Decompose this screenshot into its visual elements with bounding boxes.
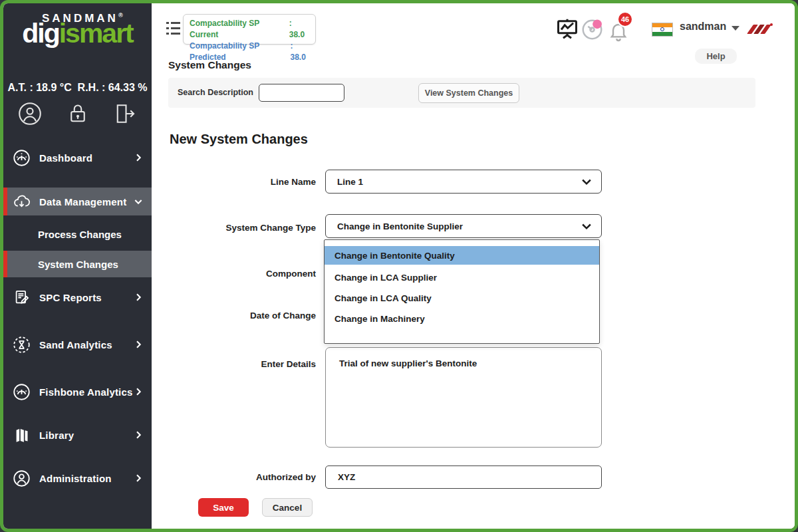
dropdown-option[interactable]: Change in LCA Supplier: [325, 267, 599, 288]
main-area: Compactability SP Current : 38.0 Compact…: [152, 3, 795, 529]
cloud-download-icon: [13, 193, 31, 211]
sidebar-item-label: System Changes: [38, 259, 118, 270]
sidebar-item-library[interactable]: Library: [3, 420, 152, 450]
product-logo: digismart: [3, 20, 152, 47]
view-system-changes-button[interactable]: View System Changes: [418, 83, 519, 103]
enter-details-textarea[interactable]: Trial of new supplier's Bentonite: [325, 347, 602, 448]
report-pen-icon: [13, 289, 31, 307]
ambient-readings: A.T. : 18.9 °C R.H. : 64.33 %: [3, 82, 152, 94]
app-window: SANDMAN® digismart A.T. : 18.9 °C R.H. :…: [0, 0, 798, 532]
sidebar-item-spc-reports[interactable]: SPC Reports: [3, 283, 152, 312]
search-description-label: Search Description: [178, 88, 253, 97]
dashboard-gauge-icon: [13, 149, 31, 167]
chevron-right-icon: [133, 430, 144, 440]
sidebar-item-sand-analytics[interactable]: Sand Analytics: [3, 330, 152, 359]
component-label: Component: [203, 269, 316, 279]
chevron-right-icon: [133, 292, 144, 303]
vendor-logo-icon: [750, 23, 774, 35]
dropdown-option[interactable]: Change in Machinery: [325, 309, 599, 329]
logo-green-part: ismart: [59, 18, 133, 49]
sidebar-item-label: Process Changes: [38, 229, 122, 240]
sp-predicted-value: : 38.0: [291, 41, 310, 63]
dropdown-option[interactable]: Change in Bentonite Quality: [325, 246, 599, 265]
search-description-input[interactable]: [259, 84, 344, 102]
sidebar-item-system-changes[interactable]: System Changes: [3, 251, 152, 277]
save-button[interactable]: Save: [198, 498, 249, 517]
system-change-type-value: Change in Bentonite Supplier: [337, 221, 463, 231]
sidebar-item-fishbone-analytics[interactable]: Fishbone Analytics: [3, 377, 152, 406]
sidebar-item-label: Data Management: [39, 196, 133, 207]
form-title: New System Changes: [170, 132, 308, 147]
sidebar-item-administration[interactable]: Administration: [3, 464, 152, 493]
admin-user-icon: [13, 469, 31, 487]
ambient-temperature: A.T. : 18.9 °C: [7, 82, 71, 93]
profile-icon[interactable]: [18, 102, 42, 126]
lock-icon[interactable]: [66, 102, 90, 126]
sidebar-utility-icons: [3, 102, 152, 126]
chevron-down-icon: [580, 219, 593, 233]
chevron-right-icon: [133, 386, 144, 397]
notification-count-badge[interactable]: 46: [617, 11, 633, 27]
app-logo: SANDMAN® digismart: [3, 13, 152, 47]
system-change-type-label: System Change Type: [203, 223, 316, 233]
relative-humidity: R.H. : 64.33 %: [78, 82, 148, 93]
speedometer-icon[interactable]: [581, 19, 603, 41]
search-panel: Search Description View System Changes: [168, 78, 755, 108]
chevron-down-icon: [580, 175, 593, 188]
line-name-value: Line 1: [337, 177, 363, 187]
sidebar-item-label: Administration: [39, 473, 133, 484]
books-icon: [13, 426, 31, 444]
dropdown-option[interactable]: Change in LCA Quality: [325, 288, 599, 309]
sidebar: SANDMAN® digismart A.T. : 18.9 °C R.H. :…: [3, 3, 152, 529]
cancel-button[interactable]: Cancel: [262, 498, 313, 517]
india-flag-icon[interactable]: [652, 23, 673, 37]
sidebar-item-process-changes[interactable]: Process Changes: [3, 221, 152, 247]
sidebar-item-data-management[interactable]: Data Management: [3, 188, 152, 215]
sidebar-item-label: Library: [39, 430, 133, 441]
help-button[interactable]: Help: [695, 49, 737, 64]
system-change-type-dropdown: Change in Bentonite Quality Change in LC…: [324, 239, 600, 344]
sidebar-item-label: SPC Reports: [39, 292, 133, 303]
hourglass-circle-icon: [13, 336, 31, 354]
fishbone-gauge-icon: [13, 383, 31, 401]
sidebar-item-label: Sand Analytics: [39, 339, 133, 350]
chevron-right-icon: [133, 339, 144, 350]
chevron-right-icon: [133, 152, 144, 163]
line-name-select[interactable]: Line 1: [325, 170, 602, 194]
presentation-chart-icon[interactable]: [555, 17, 579, 41]
date-of-change-label: Date of Change: [203, 311, 316, 321]
topbar-icons: 46 sandman: [152, 3, 795, 43]
sidebar-item-dashboard[interactable]: Dashboard: [3, 143, 152, 172]
authorized-by-label: Authorized by: [203, 472, 316, 482]
sidebar-item-label: Dashboard: [39, 152, 133, 164]
user-menu[interactable]: sandman: [680, 21, 726, 33]
chevron-down-icon: [133, 196, 144, 207]
enter-details-label: Enter Details: [203, 359, 316, 369]
logo-white-part: dig: [22, 18, 59, 49]
system-change-type-select[interactable]: Change in Bentonite Supplier: [325, 214, 602, 238]
line-name-label: Line Name: [203, 177, 316, 187]
user-menu-caret-icon[interactable]: [732, 26, 739, 31]
sidebar-item-label: Fishbone Analytics: [39, 386, 133, 398]
logout-icon[interactable]: [113, 102, 137, 126]
page-title: System Changes: [168, 59, 251, 71]
authorized-by-input[interactable]: [325, 466, 602, 489]
chevron-right-icon: [133, 473, 144, 483]
